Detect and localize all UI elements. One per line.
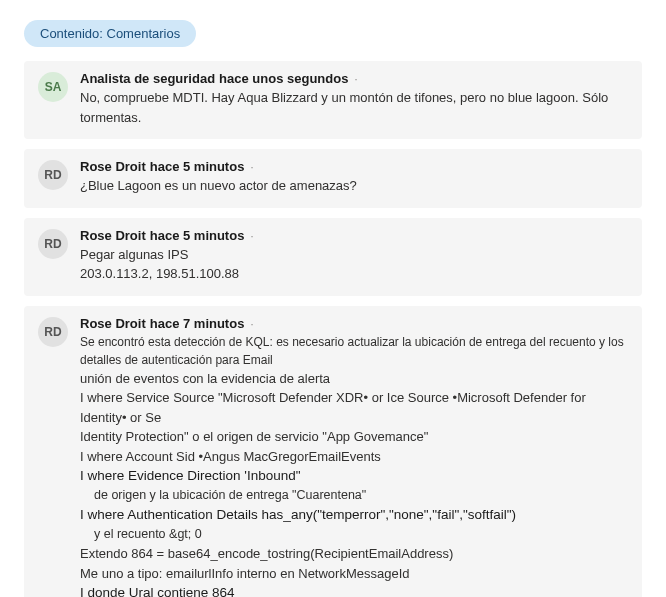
header-separator: · bbox=[250, 161, 253, 173]
comment-header: Analista de seguridadhace unos segundos· bbox=[80, 71, 628, 86]
comment-card: SAAnalista de seguridadhace unos segundo… bbox=[24, 61, 642, 139]
comment-author: Rose Droit bbox=[80, 316, 146, 331]
comment-author: Rose Droit bbox=[80, 228, 146, 243]
comment-author: Rose Droit bbox=[80, 159, 146, 174]
comment-card: RDRose Droithace 5 minutos·¿Blue Lagoon … bbox=[24, 149, 642, 208]
comment-line: Pegar algunas IPS bbox=[80, 245, 628, 265]
comment-text: Se encontró esta detección de KQL: es ne… bbox=[80, 333, 628, 598]
comment-timestamp: hace 5 minutos bbox=[150, 228, 245, 243]
avatar: SA bbox=[38, 72, 68, 102]
comment-header: Rose Droithace 7 minutos· bbox=[80, 316, 628, 331]
comment-line: de origen y la ubicación de entrega "Cua… bbox=[80, 486, 628, 505]
content-tab-pill[interactable]: Contenido: Comentarios bbox=[24, 20, 196, 47]
comment-line: I where Account Sid •Angus MacGregorEmai… bbox=[80, 447, 628, 467]
header-separator: · bbox=[250, 318, 253, 330]
comment-line: No, compruebe MDTI. Hay Aqua Blizzard y … bbox=[80, 88, 628, 127]
avatar: RD bbox=[38, 229, 68, 259]
comment-text: ¿Blue Lagoon es un nuevo actor de amenaz… bbox=[80, 176, 628, 196]
comment-body: Rose Droithace 5 minutos·Pegar algunas I… bbox=[80, 228, 628, 284]
comments-list: SAAnalista de seguridadhace unos segundo… bbox=[24, 61, 642, 597]
header-separator: · bbox=[354, 73, 357, 85]
avatar: RD bbox=[38, 160, 68, 190]
comment-header: Rose Droithace 5 minutos· bbox=[80, 228, 628, 243]
comment-body: Analista de seguridadhace unos segundos·… bbox=[80, 71, 628, 127]
comment-line: I donde Ural contiene 864 bbox=[80, 583, 628, 597]
header-separator: · bbox=[250, 230, 253, 242]
comment-timestamp: hace 7 minutos bbox=[150, 316, 245, 331]
comment-line: Me uno a tipo: emailurlInfo interno en N… bbox=[80, 564, 628, 584]
comment-line: y el recuento &gt; 0 bbox=[80, 525, 628, 544]
comment-text: No, compruebe MDTI. Hay Aqua Blizzard y … bbox=[80, 88, 628, 127]
avatar: RD bbox=[38, 317, 68, 347]
comment-line: I where Service Source "Microsoft Defend… bbox=[80, 388, 628, 427]
comment-line: ¿Blue Lagoon es un nuevo actor de amenaz… bbox=[80, 176, 628, 196]
comment-line: I where Evidence Direction 'Inbound" bbox=[80, 466, 628, 486]
comment-timestamp: hace 5 minutos bbox=[150, 159, 245, 174]
comment-text: Pegar algunas IPS203.0.113.2, 198.51.100… bbox=[80, 245, 628, 284]
comment-card: RDRose Droithace 5 minutos·Pegar algunas… bbox=[24, 218, 642, 296]
comment-line: I where Authentication Details has_any("… bbox=[80, 505, 628, 525]
comment-body: Rose Droithace 7 minutos·Se encontró est… bbox=[80, 316, 628, 598]
comment-timestamp: hace unos segundos bbox=[219, 71, 348, 86]
comment-body: Rose Droithace 5 minutos·¿Blue Lagoon es… bbox=[80, 159, 628, 196]
comment-header: Rose Droithace 5 minutos· bbox=[80, 159, 628, 174]
comment-line: Identity Protection" o el origen de serv… bbox=[80, 427, 628, 447]
comment-card: RDRose Droithace 7 minutos·Se encontró e… bbox=[24, 306, 642, 598]
comment-author: Analista de seguridad bbox=[80, 71, 215, 86]
comment-line: unión de eventos con la evidencia de ale… bbox=[80, 369, 628, 389]
comment-line: 203.0.113.2, 198.51.100.88 bbox=[80, 264, 628, 284]
comment-line: Se encontró esta detección de KQL: es ne… bbox=[80, 333, 628, 369]
comment-line: Extendo 864 = base64_encode_tostring(Rec… bbox=[80, 544, 628, 564]
